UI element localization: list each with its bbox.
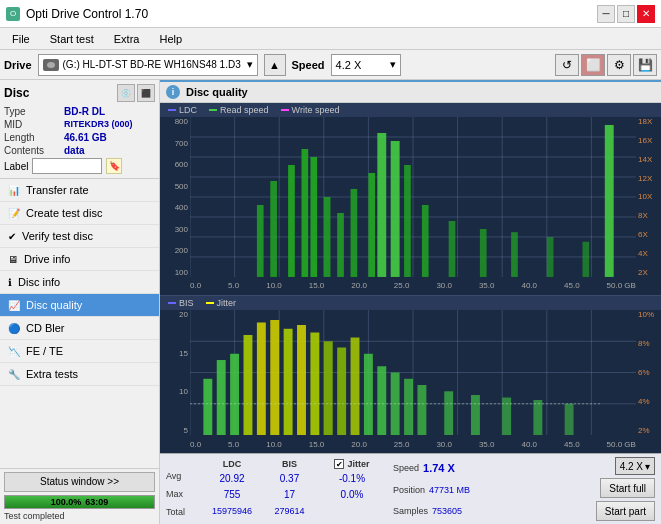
drive-dropdown-arrow: ▾ bbox=[247, 58, 253, 71]
svg-rect-51 bbox=[217, 360, 226, 435]
drive-select[interactable]: (G:) HL-DT-ST BD-RE WH16NS48 1.D3 ▾ bbox=[38, 54, 258, 76]
bottom-chart-section: BIS Jitter 20 15 10 5 bbox=[160, 296, 661, 453]
position-label: Position bbox=[393, 485, 425, 495]
eject-button[interactable]: ▲ bbox=[264, 54, 286, 76]
menu-starttest[interactable]: Start test bbox=[42, 31, 102, 47]
save-button[interactable]: 💾 bbox=[633, 54, 657, 76]
bottom-chart-svg bbox=[190, 310, 636, 435]
maximize-button[interactable]: □ bbox=[617, 5, 635, 23]
menu-file[interactable]: File bbox=[4, 31, 38, 47]
drive-info-label: Drive info bbox=[24, 253, 70, 265]
disc-icon-btn1[interactable]: 💿 bbox=[117, 84, 135, 102]
start-full-button[interactable]: Start full bbox=[600, 478, 655, 498]
disc-icon-btn2[interactable]: ⬛ bbox=[137, 84, 155, 102]
extra-tests-label: Extra tests bbox=[26, 368, 78, 380]
drive-icon bbox=[43, 59, 59, 71]
bis-avg: 0.37 bbox=[280, 471, 299, 487]
svg-rect-59 bbox=[324, 341, 333, 435]
bis-stat-header: BIS bbox=[282, 457, 297, 471]
read-legend-label: Read speed bbox=[220, 105, 269, 115]
jitter-checkbox[interactable]: ✔ bbox=[334, 459, 344, 469]
bis-total: 279614 bbox=[274, 503, 304, 519]
progress-label: 100.0% bbox=[51, 497, 82, 507]
bottom-chart-x-axis: 0.0 5.0 10.0 15.0 20.0 25.0 30.0 35.0 40… bbox=[190, 435, 636, 453]
jitter-max: 0.0% bbox=[341, 487, 364, 503]
sidebar-item-cd-bler[interactable]: 🔵 CD Bler bbox=[0, 317, 159, 340]
settings-button[interactable]: ⚙ bbox=[607, 54, 631, 76]
samples-label: Samples bbox=[393, 506, 428, 516]
svg-rect-32 bbox=[511, 232, 518, 277]
sidebar-item-transfer-rate[interactable]: 📊 Transfer rate bbox=[0, 179, 159, 202]
svg-rect-60 bbox=[337, 347, 346, 435]
label-input[interactable] bbox=[32, 158, 102, 174]
sidebar-item-extra-tests[interactable]: 🔧 Extra tests bbox=[0, 363, 159, 386]
svg-rect-67 bbox=[444, 391, 453, 435]
top-chart-svg bbox=[190, 117, 636, 277]
svg-rect-54 bbox=[257, 322, 266, 435]
disc-quality-label: Disc quality bbox=[26, 299, 82, 311]
speed-label: Speed bbox=[292, 59, 325, 71]
svg-rect-31 bbox=[480, 229, 487, 277]
svg-rect-18 bbox=[270, 181, 277, 277]
disc-quality-header-icon: i bbox=[166, 85, 180, 99]
status-window-button[interactable]: Status window >> bbox=[4, 472, 155, 492]
svg-rect-25 bbox=[368, 173, 375, 277]
top-chart-body: 800 700 600 500 400 300 200 100 18X 16X … bbox=[160, 117, 661, 295]
label-icon-button[interactable]: 🔖 bbox=[106, 158, 122, 174]
top-chart-y-axis-left: 800 700 600 500 400 300 200 100 bbox=[160, 117, 190, 277]
legend-bis: BIS bbox=[168, 298, 194, 308]
contents-val: data bbox=[64, 145, 85, 156]
total-label: Total bbox=[166, 504, 202, 520]
create-test-disc-icon: 📝 bbox=[8, 208, 20, 219]
disc-quality-title: Disc quality bbox=[186, 86, 248, 98]
bis-legend-label: BIS bbox=[179, 298, 194, 308]
refresh-button[interactable]: ↺ bbox=[555, 54, 579, 76]
legend-write: Write speed bbox=[281, 105, 340, 115]
menu-extra[interactable]: Extra bbox=[106, 31, 148, 47]
svg-rect-63 bbox=[377, 366, 386, 435]
speed-select[interactable]: 4.2 X ▾ bbox=[331, 54, 401, 76]
sidebar-item-drive-info[interactable]: 🖥 Drive info bbox=[0, 248, 159, 271]
sidebar-item-fe-te[interactable]: 📉 FE / TE bbox=[0, 340, 159, 363]
drivebar: Drive (G:) HL-DT-ST BD-RE WH16NS48 1.D3 … bbox=[0, 50, 661, 80]
sidebar-item-verify-test-disc[interactable]: ✔ Verify test disc bbox=[0, 225, 159, 248]
titlebar-left: O Opti Drive Control 1.70 bbox=[6, 7, 148, 21]
sidebar-item-disc-info[interactable]: ℹ Disc info bbox=[0, 271, 159, 294]
bis-max: 17 bbox=[284, 487, 295, 503]
svg-rect-71 bbox=[565, 404, 574, 435]
erase-button[interactable]: ⬜ bbox=[581, 54, 605, 76]
svg-rect-66 bbox=[417, 385, 426, 435]
read-legend-dot bbox=[209, 109, 217, 111]
mid-key: MID bbox=[4, 119, 64, 130]
minimize-button[interactable]: ─ bbox=[597, 5, 615, 23]
max-label: Max bbox=[166, 486, 202, 502]
svg-rect-24 bbox=[351, 189, 358, 277]
type-val: BD-R DL bbox=[64, 106, 105, 117]
verify-test-disc-icon: ✔ bbox=[8, 231, 16, 242]
svg-rect-30 bbox=[449, 221, 456, 277]
svg-rect-35 bbox=[605, 125, 614, 277]
speed-dropdown[interactable]: 4.2 X ▾ bbox=[615, 457, 655, 475]
svg-rect-28 bbox=[404, 165, 411, 277]
svg-rect-50 bbox=[203, 379, 212, 435]
start-part-button[interactable]: Start part bbox=[596, 501, 655, 521]
svg-rect-22 bbox=[324, 197, 331, 277]
status-text: Test completed bbox=[4, 511, 155, 521]
progress-bar-fill: 100.0% 63:09 bbox=[5, 496, 154, 508]
sidebar-item-create-test-disc[interactable]: 📝 Create test disc bbox=[0, 202, 159, 225]
length-key: Length bbox=[4, 132, 64, 143]
charts-area: LDC Read speed Write speed 800 bbox=[160, 103, 661, 524]
bis-legend-dot bbox=[168, 302, 176, 304]
drive-text: (G:) HL-DT-ST BD-RE WH16NS48 1.D3 bbox=[63, 59, 241, 70]
speed-label: Speed bbox=[393, 463, 419, 473]
sidebar-item-disc-quality[interactable]: 📈 Disc quality bbox=[0, 294, 159, 317]
menu-help[interactable]: Help bbox=[151, 31, 190, 47]
svg-rect-69 bbox=[502, 397, 511, 435]
svg-rect-65 bbox=[404, 379, 413, 435]
content-area: i Disc quality LDC Read speed bbox=[160, 80, 661, 524]
close-button[interactable]: ✕ bbox=[637, 5, 655, 23]
bottom-chart-legend: BIS Jitter bbox=[160, 296, 661, 310]
top-chart-section: LDC Read speed Write speed 800 bbox=[160, 103, 661, 295]
disc-label-row: Label 🔖 bbox=[4, 158, 155, 174]
length-val: 46.61 GB bbox=[64, 132, 107, 143]
